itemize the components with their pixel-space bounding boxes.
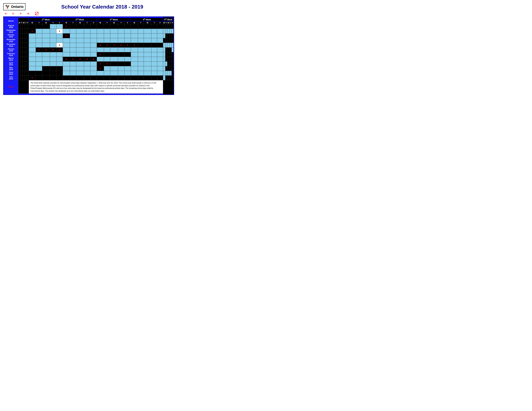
legend-b: B - [28,12,30,15]
month-january: January2019 [4,47,18,52]
logo-icon: 🦅 [5,5,10,9]
total-row: TOTAL The 2018-2019 calendar provides fo… [4,80,174,94]
row-august-2018: August2018 H [4,24,174,29]
month-november: November2018 [4,38,18,43]
calendar-table: Month 1st Week 2nd Week 3rd Week 4th Wee… [4,17,174,94]
month-august: August2018 [4,24,18,29]
week-header-row: Month 1st Week 2nd Week 3rd Week 4th Wee… [4,18,174,21]
legend: H - E - P - B - [3,12,174,15]
day-header-row: M T W T F M T W T F M T W T F M T W T F … [4,21,174,24]
legend-slash-icon [35,12,38,15]
day-col: M [18,21,21,24]
logo: 🦅 Ontario [3,3,26,10]
legend-p: P - [20,12,23,15]
week1-header: 1st Week [29,18,63,21]
month-february: February2019 [4,52,18,57]
month-april: April2019 [4,62,18,66]
month-july: July2019 [4,75,18,80]
month-september: September2018 [4,29,18,34]
legend-slash [35,12,38,15]
week3-header: 3rd Week [97,18,131,21]
month-column-header: Month [4,18,18,24]
legend-e-label: E - [12,12,15,15]
row-february-2019: February2019 H [4,52,174,57]
total-note: The 2018-2019 calendar provides for 194 … [29,80,163,94]
day-col: T [21,21,23,24]
logo-text: Ontario [11,5,24,9]
month-march: March2019 [4,57,18,62]
row-may-2019: May2019 H [4,66,174,71]
day-col: T [25,21,27,24]
row-october-2018: October2018 H [4,34,174,38]
total-label: TOTAL [4,80,18,94]
legend-h-label: H - [5,12,8,15]
legend-b-label: B - [28,12,30,15]
legend-e: E - [12,12,15,15]
row-january-2019: January2019 HBBB [4,47,174,52]
frame-bottom [4,94,174,94]
week2-header: 2nd Week [63,18,97,21]
row-november-2018: November2018 [4,38,174,43]
month-may: May2019 [4,66,18,71]
row-march-2019: March2019 BBBBB [4,57,174,62]
month-october: October2018 [4,34,18,38]
row-july-2019: July2019 H [4,75,174,80]
legend-p-label: P - [20,12,23,15]
page-header: 🦅 Ontario School Year Calendar 2018 - 20… [3,3,174,10]
row-april-2019: April2019 HH [4,62,174,66]
month-december: December2018 [4,43,18,47]
legend-h: H - [5,12,8,15]
day-col: W [22,21,25,24]
row-september-2018: September2018 H6 [4,29,174,34]
day-col: F [27,21,29,24]
row-june-2019: June2019 [4,71,174,75]
month-june: June2019 [4,71,18,75]
calendar-wrapper: Month 1st Week 2nd Week 3rd Week 4th Wee… [3,17,174,95]
week5-header: 5th Week [163,18,173,21]
row-december-2018: December2018 6 BHHBB B [4,43,174,47]
week4-header: 4th Week [131,18,163,21]
page-title: School Year Calendar 2018 - 2019 [30,4,174,10]
